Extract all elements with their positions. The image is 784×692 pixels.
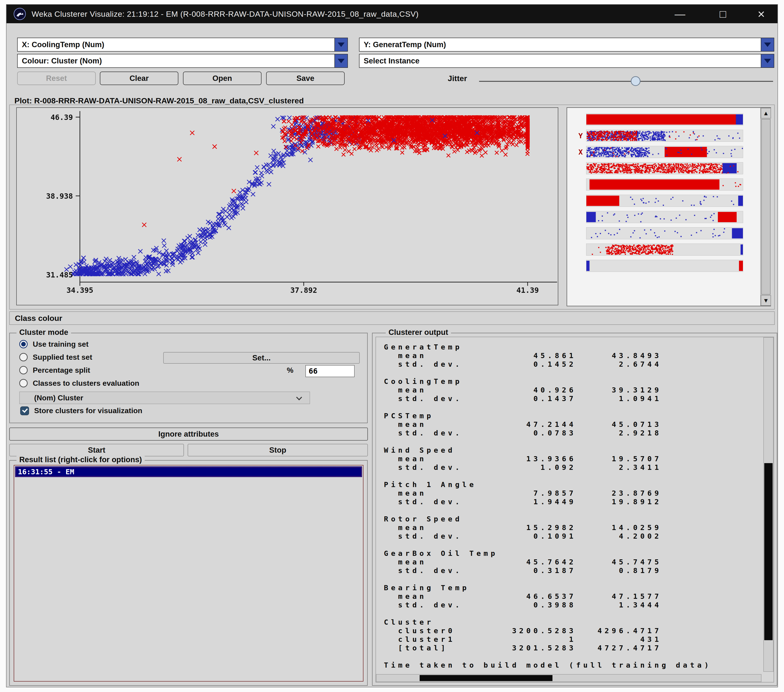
strip-canvas[interactable] [586, 260, 743, 272]
radio-classes-to-clusters[interactable]: Classes to clusters evaluation [10, 378, 367, 389]
start-button[interactable]: Start [9, 444, 184, 456]
colour-select-value: Colour: Cluster (Nom) [18, 56, 334, 65]
x-tick-middle: 37.892 [278, 286, 329, 295]
radio-icon[interactable] [19, 379, 28, 387]
strip-panel-scrollbar[interactable]: ▲ ▼ [760, 108, 771, 306]
x-axis-select-value: X: CoolingTemp (Num) [18, 40, 334, 49]
radio-use-training-set[interactable]: Use training set [10, 340, 367, 350]
y-tick-middle: 38.938 [24, 192, 73, 200]
strip-canvas[interactable] [586, 113, 743, 126]
attribute-strip[interactable]: X [575, 146, 743, 158]
nom-cluster-value: (Nom) Cluster [34, 394, 83, 402]
plot-caption: Plot: R-008-RRR-RAW-DATA-UNISON-RAW-2015… [15, 96, 304, 105]
jitter-slider-track[interactable] [479, 81, 773, 82]
attribute-strip[interactable] [575, 211, 743, 223]
dropdown-arrow-icon[interactable] [334, 38, 348, 51]
scrollbar-thumb[interactable] [764, 463, 772, 640]
scatter-canvas[interactable] [17, 108, 558, 305]
weka-logo-icon [13, 8, 26, 20]
result-list-title: Result list (right-click for options) [16, 455, 145, 464]
attribute-strip[interactable] [575, 178, 743, 190]
scatter-plot: 46.39 38.938 31.485 34.395 37.892 41.39 [16, 107, 558, 306]
attribute-strip[interactable] [575, 195, 743, 207]
triangle-down-icon [764, 43, 771, 47]
strip-canvas[interactable] [586, 178, 743, 190]
select-instance-value: Select Instance [359, 56, 761, 65]
percent-split-input[interactable] [305, 365, 355, 377]
strip-canvas[interactable] [586, 130, 743, 142]
select-instance-select[interactable]: Select Instance [359, 54, 774, 68]
set-button[interactable]: Set... [163, 352, 360, 364]
stop-button[interactable]: Stop [188, 444, 368, 456]
title-bar: Weka Clusterer Visualize: 21:19:12 - EM … [7, 5, 777, 23]
result-list[interactable]: 16:31:55 - EM [14, 465, 364, 682]
result-list-item[interactable]: 16:31:55 - EM [15, 466, 362, 477]
store-clusters-row[interactable]: Store clusters for visualization [10, 406, 367, 416]
output-vertical-scrollbar[interactable] [763, 337, 774, 672]
nom-cluster-select[interactable]: (Nom) Cluster [19, 391, 310, 404]
minimize-button[interactable]: — [671, 5, 689, 23]
reset-button[interactable]: Reset [17, 71, 96, 85]
jitter-slider-thumb[interactable] [631, 76, 641, 86]
clusterer-output-group: Clusterer output GeneratTemp mean 45.861… [372, 333, 777, 686]
dropdown-arrow-icon[interactable] [761, 55, 774, 68]
maximize-button[interactable]: □ [714, 5, 732, 23]
close-button[interactable]: × [752, 5, 771, 23]
triangle-down-icon [338, 43, 344, 47]
strip-canvas[interactable] [586, 244, 743, 256]
strip-canvas[interactable] [586, 162, 743, 174]
attribute-strip[interactable] [575, 260, 743, 272]
class-colour-band: Class colour [9, 311, 775, 325]
class-colour-label: Class colour [15, 314, 62, 323]
chevron-down-icon [296, 394, 302, 400]
window-title: Weka Clusterer Visualize: 21:19:12 - EM … [31, 10, 419, 18]
strip-canvas[interactable] [586, 211, 743, 223]
strip-axis-label: X [575, 148, 586, 156]
percent-sign: % [287, 366, 293, 375]
clusterer-output-pane: GeneratTemp mean 45.861 43.8493 std. dev… [376, 337, 774, 682]
x-tick-left: 34.395 [54, 286, 105, 295]
weka-visualize-window: Weka Clusterer Visualize: 21:19:12 - EM … [6, 4, 778, 687]
attribute-strip[interactable] [575, 244, 743, 256]
cluster-mode-title: Cluster mode [16, 328, 71, 337]
scrollbar-thumb[interactable] [761, 119, 771, 295]
y-tick-top: 46.39 [24, 113, 73, 122]
strip-axis-label: Y [575, 132, 586, 140]
checkbox-label: Store clusters for visualization [34, 406, 142, 415]
strip-canvas[interactable] [586, 195, 743, 207]
jitter-label: Jitter [448, 74, 467, 83]
y-axis-select[interactable]: Y: GeneratTemp (Num) [359, 38, 774, 51]
strip-canvas[interactable] [586, 227, 743, 239]
attribute-strip[interactable] [575, 227, 743, 239]
clear-button[interactable]: Clear [100, 71, 178, 85]
result-list-group: Result list (right-click for options) 16… [9, 460, 368, 686]
colour-select[interactable]: Colour: Cluster (Nom) [17, 54, 348, 68]
ignore-attributes-button[interactable]: Ignore attributes [9, 428, 368, 441]
dropdown-arrow-icon[interactable] [334, 55, 348, 68]
cluster-mode-group: Cluster mode Use training set Supplied t… [9, 333, 368, 423]
attribute-strip[interactable] [575, 113, 743, 126]
triangle-down-icon [764, 59, 771, 63]
radio-label: Use training set [33, 340, 89, 348]
attribute-strip-panel: Y X ▲ ▼ [567, 107, 771, 306]
attribute-strip[interactable] [575, 162, 743, 174]
clusterer-output-title: Clusterer output [386, 328, 451, 337]
radio-label: Supplied test set [33, 353, 92, 362]
scrollbar-thumb[interactable] [420, 675, 552, 681]
scroll-up-button[interactable]: ▲ [761, 108, 771, 119]
radio-selected-icon[interactable] [19, 340, 28, 348]
radio-label: Classes to clusters evaluation [33, 379, 139, 388]
save-button[interactable]: Save [266, 71, 344, 85]
radio-icon[interactable] [19, 353, 28, 361]
x-tick-right: 41.39 [502, 286, 553, 295]
dropdown-arrow-icon[interactable] [761, 38, 774, 51]
checkbox-checked-icon[interactable] [20, 406, 29, 415]
scroll-down-button[interactable]: ▼ [761, 295, 771, 306]
attribute-strip[interactable]: Y [575, 130, 743, 142]
output-horizontal-scrollbar[interactable] [376, 674, 761, 682]
strip-canvas[interactable] [586, 146, 743, 158]
radio-label: Percentage split [33, 366, 90, 375]
open-button[interactable]: Open [183, 71, 262, 85]
x-axis-select[interactable]: X: CoolingTemp (Num) [17, 38, 348, 51]
radio-icon[interactable] [19, 366, 28, 374]
